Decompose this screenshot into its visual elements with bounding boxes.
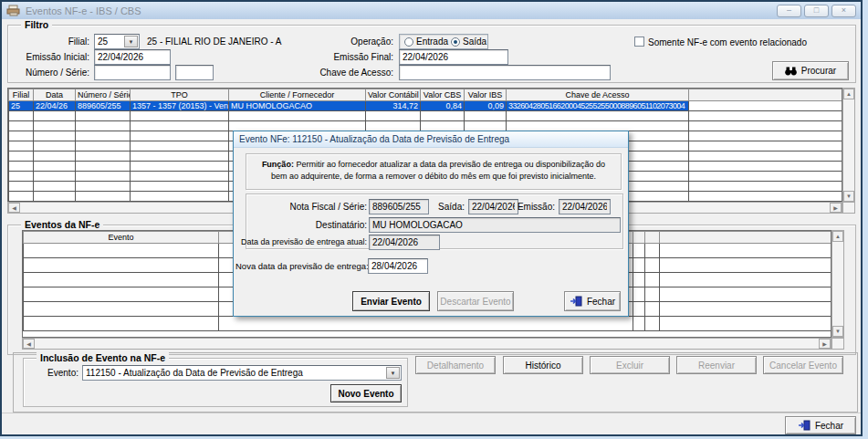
data-atual-field[interactable] <box>369 235 440 250</box>
scroll-left-icon[interactable]: ◀ <box>8 203 20 213</box>
reenviar-label: Reenviar <box>698 361 735 371</box>
filial-value: 25 <box>98 37 108 47</box>
filial-combobox[interactable]: 25 ▼ <box>94 34 140 49</box>
exit-door-icon <box>798 420 810 431</box>
cancelar-evento-button[interactable]: Cancelar Evento <box>763 356 843 374</box>
fechar-button[interactable]: Fechar <box>785 416 856 434</box>
cancelar-evento-label: Cancelar Evento <box>769 361 837 371</box>
enviar-evento-button[interactable]: Enviar Evento <box>352 291 430 311</box>
funcao-text: Função: Permitir ao fornecedor atualizar… <box>246 154 621 187</box>
scroll-right-icon[interactable]: ▶ <box>819 339 831 349</box>
nota-fiscal-field[interactable] <box>369 199 429 214</box>
funcao-label: Função: <box>262 160 294 169</box>
window-title: Eventos NF-e - IBS / CBS <box>26 5 141 16</box>
chave-acesso-label: Chave de Acesso: <box>313 68 393 78</box>
numero-serie-label: Número / Série: <box>9 68 89 78</box>
scrollbar-corner <box>831 338 844 350</box>
saida-radio[interactable] <box>451 37 460 47</box>
operacao-radio-panel: Entrada Saída <box>399 34 488 49</box>
filial-label: Filial: <box>37 37 89 47</box>
saida-label: Saída <box>463 37 486 47</box>
empty-row <box>24 317 832 331</box>
scroll-left-icon[interactable]: ◀ <box>23 339 35 349</box>
operacao-label: Operação: <box>340 37 393 47</box>
minimize-button[interactable]: – <box>777 5 801 17</box>
destinatario-label: Destinatário: <box>248 220 367 230</box>
eventos-grid-hscrollbar[interactable]: ◀ ▶ <box>22 338 831 350</box>
scroll-up-icon[interactable]: ▲ <box>843 89 854 99</box>
scroll-right-icon[interactable]: ▶ <box>830 203 842 213</box>
funcao-box: Função: Permitir ao fornecedor atualizar… <box>246 153 622 190</box>
exit-door-icon <box>570 296 582 307</box>
dialog-fechar-button[interactable]: Fechar <box>564 291 621 311</box>
chevron-down-icon[interactable]: ▼ <box>386 367 400 379</box>
inclusao-legend: Inclusão de Evento na NF-e <box>37 352 169 363</box>
fechar-label: Fechar <box>815 421 843 431</box>
scroll-down-icon[interactable]: ▼ <box>843 191 854 202</box>
enviar-evento-label: Enviar Evento <box>361 297 422 307</box>
chave-acesso-input[interactable] <box>399 65 611 80</box>
dialog-titlebar[interactable]: Evento NFe: 112150 - Atualização da Data… <box>234 131 628 148</box>
chevron-down-icon[interactable]: ▼ <box>124 36 138 47</box>
dialog-fechar-label: Fechar <box>587 297 615 307</box>
entrada-label: Entrada <box>416 37 448 47</box>
emissao-inicial-label: Emissão Inicial: <box>9 52 89 62</box>
reenviar-button[interactable]: Reenviar <box>676 356 757 374</box>
app-window: Eventos NF-e - IBS / CBS – □ × Filtro Fi… <box>0 0 863 436</box>
nota-fiscal-label: Nota Fiscal / Série: <box>248 202 367 212</box>
evento-nfe-dialog: Evento NFe: 112150 - Atualização da Data… <box>233 131 629 317</box>
nfe-grid-header-row: FilialDataNúmero / Série TPOCliente / Fo… <box>9 89 843 101</box>
saida-date-label: Saída: <box>432 202 465 212</box>
eventos-grid-vscrollbar[interactable]: ▲ ▼ <box>831 230 844 338</box>
scrollbar-corner <box>842 202 855 214</box>
nova-data-input[interactable] <box>368 258 428 274</box>
app-printer-icon <box>6 5 20 16</box>
serie-input[interactable] <box>175 65 214 80</box>
novo-evento-label: Novo Evento <box>338 389 393 399</box>
excluir-label: Excluir <box>616 361 643 371</box>
novo-evento-button[interactable]: Novo Evento <box>330 384 402 402</box>
somente-nfe-label: Somente NF-e com evento relacionado <box>648 37 807 47</box>
evento-value: 112150 - Atualização da Data de Previsão… <box>86 368 303 378</box>
eventos-legend: Eventos da NF-e <box>21 219 103 230</box>
historico-button[interactable]: Histórico <box>503 356 583 374</box>
emissao-final-label: Emissão Final: <box>313 52 393 62</box>
data-atual-label: Data da previsão de entrega atual: <box>235 237 367 246</box>
filter-legend: Filtro <box>21 19 52 30</box>
restore-button[interactable]: □ <box>804 5 829 17</box>
saida-date-field[interactable] <box>468 199 518 214</box>
emissao-date-label: Emissão: <box>517 202 555 212</box>
detalhamento-label: Detalhamento <box>427 361 484 371</box>
scroll-down-icon[interactable]: ▼ <box>832 326 843 337</box>
filial-description: 25 - FILIAL RIO DE JANEIRO - A <box>147 37 281 47</box>
descartar-evento-label: Descartar Evento <box>440 297 510 307</box>
procurar-label: Procurar <box>801 66 836 76</box>
binoculars-icon <box>785 67 797 76</box>
detalhamento-button[interactable]: Detalhamento <box>415 356 496 374</box>
evento-combobox[interactable]: 112150 - Atualização da Data de Previsão… <box>82 365 402 381</box>
emissao-date-field[interactable] <box>559 199 611 214</box>
nfe-grid-vscrollbar[interactable]: ▲ ▼ <box>842 88 855 203</box>
scroll-up-icon[interactable]: ▲ <box>832 231 843 242</box>
evento-label: Evento: <box>38 368 78 378</box>
entrada-radio[interactable] <box>404 37 413 47</box>
empty-row <box>9 121 843 131</box>
historico-label: Histórico <box>526 361 561 371</box>
emissao-inicial-input[interactable] <box>94 49 171 65</box>
numero-input[interactable] <box>94 65 171 80</box>
excluir-button[interactable]: Excluir <box>590 356 670 374</box>
close-button[interactable]: × <box>831 5 856 17</box>
nova-data-label: Nova data da previsão de entrega: <box>235 261 366 271</box>
nota-info-box: Nota Fiscal / Série: Saída: Emissão: Des… <box>246 193 623 249</box>
destinatario-field[interactable] <box>369 217 621 233</box>
emissao-final-input[interactable] <box>399 49 508 65</box>
nfe-selected-row[interactable]: 25 22/04/26 889605/255 1357 - 1357 (2015… <box>9 101 843 111</box>
procurar-button[interactable]: Procurar <box>772 61 849 80</box>
titlebar: Eventos NF-e - IBS / CBS – □ × <box>2 2 861 19</box>
descartar-evento-button[interactable]: Descartar Evento <box>437 291 514 311</box>
somente-nfe-checkbox[interactable] <box>634 37 644 47</box>
empty-row <box>9 111 843 121</box>
bottom-separator <box>2 413 861 413</box>
